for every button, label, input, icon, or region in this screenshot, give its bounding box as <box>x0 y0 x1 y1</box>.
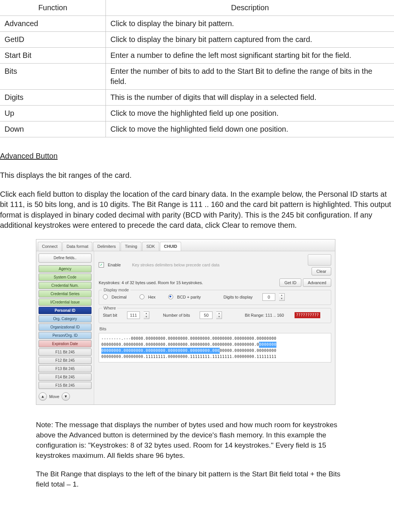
intro-paragraph: This displays the bit ranges of the card… <box>0 170 394 181</box>
table-row: DigitsThis is the number of digits that … <box>0 90 394 106</box>
advanced-button[interactable]: Advanced <box>303 278 331 287</box>
field-button[interactable]: F11 Bit 245 <box>39 348 92 356</box>
display-mode-group: Display mode Decimal Hex BCD + parity Di… <box>99 290 331 305</box>
move-label: Move <box>49 394 59 400</box>
note-1: Note: The message that displays the numb… <box>36 420 354 461</box>
field-button[interactable]: Org. Category <box>39 315 92 322</box>
numbits-value[interactable]: 50 <box>200 311 213 319</box>
field-button[interactable]: Agency <box>39 265 92 272</box>
table-row: Start BitEnter a number to define the le… <box>0 48 394 64</box>
note-2: The Bit Range that displays to the left … <box>36 469 354 490</box>
bits-label: Bits <box>99 326 331 332</box>
field-button[interactable]: F13 Bit 245 <box>39 365 92 372</box>
field-button[interactable]: F12 Bit 245 <box>39 357 92 364</box>
table-row: UpClick to move the highlighted field up… <box>0 106 394 121</box>
radio-hex[interactable] <box>140 294 144 299</box>
table-row: DownClick to move the highlighted field … <box>0 121 394 137</box>
tab-chuid[interactable]: CHUID <box>160 242 181 251</box>
radio-bcd[interactable] <box>168 294 173 299</box>
field-button[interactable]: Organizational ID <box>39 324 92 331</box>
field-button[interactable]: System Code <box>39 274 92 281</box>
start-bit-label: Start bit <box>103 313 117 318</box>
where-group: Where Start bit 111 ▲▼ Number of bits 50… <box>99 308 331 323</box>
th-description: Description <box>106 0 394 16</box>
start-bit-spinner[interactable]: ▲▼ <box>144 311 149 319</box>
move-down-button[interactable]: ▼ <box>62 392 70 401</box>
tab-timing[interactable]: Timing <box>121 242 141 251</box>
numbits-label: Number of bits <box>163 313 190 318</box>
digits-value[interactable]: 0 <box>262 293 275 301</box>
field-button[interactable]: F15 Bit 245 <box>39 382 92 389</box>
enable-checkbox[interactable]: ✓ <box>99 262 104 268</box>
field-button[interactable]: F14 Bit 245 <box>39 373 92 381</box>
advanced-button-heading: Advanced Button <box>0 151 394 161</box>
tab-data-format[interactable]: Data format <box>62 242 92 251</box>
table-row: GetIDClick to display the binary bit pat… <box>0 32 394 48</box>
field-button[interactable]: I/Credential Issue <box>39 299 92 306</box>
digits-spinner[interactable]: ▲▼ <box>279 293 285 301</box>
field-button[interactable]: Credential Num. <box>39 282 92 289</box>
enable-label: Enable <box>108 262 121 268</box>
function-table: Function Description AdvancedClick to di… <box>0 0 394 137</box>
start-bit-value[interactable]: 111 <box>127 311 140 319</box>
digits-label: Digits to display <box>223 294 253 300</box>
tab-sdk[interactable]: SDK <box>142 242 159 251</box>
field-button[interactable]: Credential Series <box>39 290 92 297</box>
bit-range-red: ?????????? <box>295 312 320 318</box>
move-up-button[interactable]: ▲ <box>39 392 47 401</box>
field-button-selected[interactable]: Personal ID <box>39 307 92 314</box>
keyboard-icon[interactable] <box>308 254 331 266</box>
th-function: Function <box>0 0 106 16</box>
getid-button[interactable]: Get ID <box>279 278 301 287</box>
tab-bar: Connect Data format Delimiters Timing SD… <box>36 240 335 251</box>
main-panel: ✓ Enable Key strokes delimiters below pr… <box>94 251 335 404</box>
detail-paragraph: Click each field button to display the l… <box>0 189 394 231</box>
app-screenshot: Connect Data format Delimiters Timing SD… <box>36 239 335 405</box>
field-button[interactable]: Expiration Date <box>39 340 92 347</box>
tab-connect[interactable]: Connect <box>38 242 62 251</box>
radio-decimal[interactable] <box>103 294 108 299</box>
numbits-spinner[interactable]: ▲▼ <box>216 311 222 319</box>
hint-text: Key strokes delimiters below precede car… <box>132 262 219 268</box>
keystroke-message: Keystrokes: 4 of 32 bytes used. Room for… <box>99 280 203 286</box>
clear-button[interactable]: Clear <box>312 267 331 275</box>
field-button[interactable]: Person/Org. ID <box>39 332 92 339</box>
table-row: BitsEnter the number of bits to add to t… <box>0 64 394 90</box>
tab-delimiters[interactable]: Delimiters <box>93 242 120 251</box>
field-sidebar: Define fields.. Agency System Code Crede… <box>36 251 94 404</box>
define-fields-button[interactable]: Define fields.. <box>39 254 92 263</box>
bit-range-label: Bit Range: 111 .. 160 <box>245 313 284 318</box>
bits-display: --------.---00000.00000000.00000000.0000… <box>99 333 331 362</box>
table-row: AdvancedClick to display the binary bit … <box>0 16 394 32</box>
